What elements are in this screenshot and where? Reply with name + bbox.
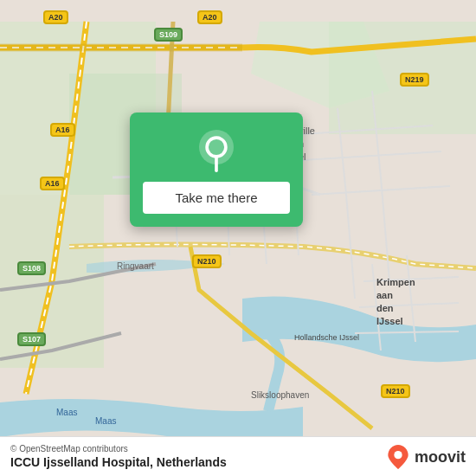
moovit-logo: moovit: [386, 445, 466, 469]
take-me-there-button[interactable]: Take me there: [143, 182, 290, 214]
svg-text:aan: aan: [376, 290, 393, 300]
road-badge-a20-left: A20: [43, 10, 68, 24]
svg-text:Maas: Maas: [56, 408, 77, 417]
road-badge-s108: S108: [17, 261, 46, 275]
svg-text:Hollandsche IJssel: Hollandsche IJssel: [294, 333, 359, 342]
map-container: ville n el Krimpen aan den IJssel Ringva…: [0, 0, 476, 476]
moovit-pin-icon: [386, 445, 410, 469]
location-card: Take me there: [130, 113, 303, 227]
road-badge-n210-right: N210: [381, 384, 410, 398]
road-badge-a20-center: A20: [197, 10, 222, 24]
location-pin-icon: [195, 130, 238, 173]
svg-point-19: [394, 451, 402, 459]
svg-text:IJssel: IJssel: [376, 316, 403, 326]
road-badge-n210-left: N210: [192, 254, 222, 268]
svg-text:Maas: Maas: [95, 416, 116, 426]
moovit-label: moovit: [415, 448, 466, 466]
svg-text:Sliksloophaven: Sliksloophaven: [251, 390, 309, 400]
road-badge-s107: S107: [17, 332, 46, 346]
road-badge-s109: S109: [154, 28, 183, 42]
road-badge-a16-bottom: A16: [40, 177, 65, 190]
road-badge-a16-top: A16: [50, 123, 75, 137]
svg-text:Ringvaart: Ringvaart: [117, 261, 154, 271]
svg-text:Krimpen: Krimpen: [376, 277, 415, 287]
svg-text:den: den: [376, 303, 394, 313]
road-badge-n219: N219: [400, 73, 429, 87]
